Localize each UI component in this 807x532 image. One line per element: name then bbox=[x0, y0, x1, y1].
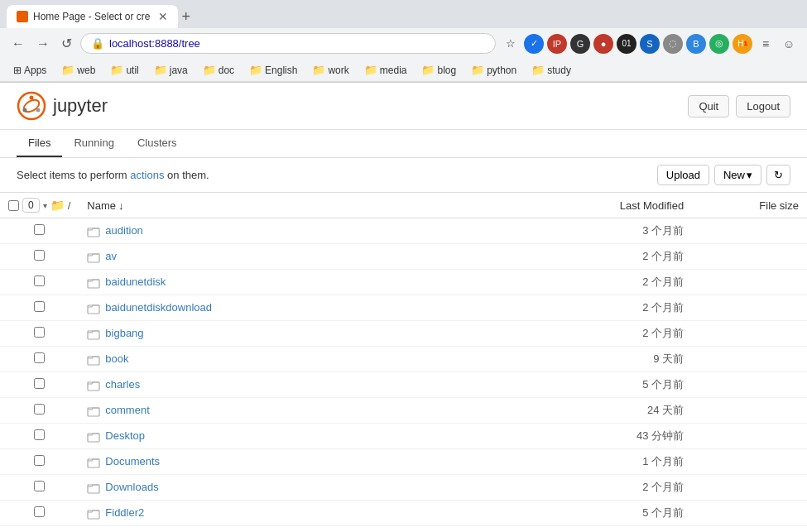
bookmark-blog[interactable]: 📁 blog bbox=[416, 62, 461, 78]
bookmark-apps[interactable]: ⊞ Apps bbox=[8, 63, 51, 78]
row-checkbox[interactable] bbox=[34, 224, 45, 235]
size-column-header[interactable]: File size bbox=[692, 193, 807, 218]
folder-icon: 📁 bbox=[61, 64, 74, 76]
bookmark-doc[interactable]: 📁 doc bbox=[198, 62, 239, 78]
folder-icon bbox=[87, 352, 100, 366]
folder-icon: 📁 bbox=[364, 64, 377, 76]
jupyter-logo-icon bbox=[17, 91, 46, 121]
ext-icon-8[interactable]: B bbox=[686, 34, 706, 54]
row-checkbox[interactable] bbox=[34, 481, 45, 491]
instruction-suffix: on them. bbox=[164, 169, 209, 181]
row-checkbox[interactable] bbox=[34, 276, 45, 286]
ext-icon-5[interactable]: 01 bbox=[617, 34, 636, 54]
bookmark-work[interactable]: 📁 work bbox=[307, 62, 353, 78]
bookmark-web[interactable]: 📁 web bbox=[56, 62, 100, 78]
logout-button[interactable]: Logout bbox=[736, 95, 790, 117]
bookmark-label: util bbox=[126, 65, 138, 76]
row-checkbox[interactable] bbox=[34, 455, 45, 466]
modified-col-label: Last Modified bbox=[620, 199, 684, 212]
tab-files[interactable]: Files bbox=[17, 130, 62, 157]
folder-icon bbox=[87, 480, 100, 494]
row-size-cell bbox=[692, 398, 807, 424]
file-name-link[interactable]: audition bbox=[105, 224, 143, 237]
breadcrumb-folder-icon: 📁 bbox=[50, 199, 65, 212]
ext-icon-7[interactable]: ◌ bbox=[663, 34, 683, 54]
check-dropdown-arrow[interactable]: ▾ bbox=[43, 201, 47, 210]
row-checkbox[interactable] bbox=[34, 327, 45, 338]
bookmark-label: Apps bbox=[24, 65, 46, 76]
row-checkbox[interactable] bbox=[34, 404, 45, 415]
row-checkbox[interactable] bbox=[34, 352, 45, 363]
reload-button[interactable]: ↺ bbox=[58, 34, 75, 53]
ext-icon-12[interactable]: ☺ bbox=[779, 34, 799, 54]
new-tab-button[interactable]: + bbox=[181, 8, 190, 26]
bookmark-media[interactable]: 📁 media bbox=[359, 62, 412, 78]
file-name-link[interactable]: av bbox=[105, 250, 117, 262]
tab-clusters[interactable]: Clusters bbox=[126, 130, 189, 157]
active-tab[interactable]: Home Page - Select or cre ✕ bbox=[7, 5, 178, 28]
file-name-link[interactable]: baidunetdisk bbox=[105, 276, 166, 288]
row-name-cell: comment bbox=[79, 398, 538, 424]
quit-button[interactable]: Quit bbox=[688, 95, 729, 117]
row-size-cell bbox=[692, 347, 807, 372]
file-name-link[interactable]: Fiddler2 bbox=[105, 506, 144, 519]
ext-icon-9[interactable]: ◎ bbox=[709, 34, 729, 54]
file-name-link[interactable]: charles bbox=[105, 378, 140, 391]
ext-icon-4[interactable]: ● bbox=[593, 34, 613, 54]
file-name-link[interactable]: Documents bbox=[105, 455, 160, 467]
row-checkbox[interactable] bbox=[34, 301, 45, 312]
ext-icon-11[interactable]: ≡ bbox=[756, 34, 776, 54]
bookmark-util[interactable]: 📁 util bbox=[105, 62, 143, 78]
svg-point-4 bbox=[23, 108, 27, 113]
new-button[interactable]: New ▾ bbox=[714, 165, 761, 185]
folder-icon bbox=[87, 454, 100, 468]
modified-column-header[interactable]: Last Modified bbox=[538, 193, 692, 218]
file-name-link[interactable]: baidunetdiskdownload bbox=[105, 301, 212, 314]
name-sort-button[interactable]: Name ↓ bbox=[87, 199, 123, 212]
ext-icon-2[interactable]: IP bbox=[547, 34, 567, 54]
forward-button[interactable]: → bbox=[33, 35, 53, 53]
row-checkbox[interactable] bbox=[34, 506, 45, 517]
tab-running[interactable]: Running bbox=[62, 130, 125, 157]
upload-button[interactable]: Upload bbox=[657, 165, 709, 185]
bookmark-star-icon[interactable]: ☆ bbox=[501, 34, 521, 54]
row-size-cell bbox=[692, 475, 807, 501]
row-name-cell: Fiddler2 bbox=[79, 501, 538, 526]
table-row: baidunetdisk 2 个月前 bbox=[0, 270, 807, 295]
tab-close-button[interactable]: ✕ bbox=[158, 10, 168, 23]
browser-chrome: Home Page - Select or cre ✕ + ← → ↺ 🔒 lo… bbox=[0, 0, 807, 83]
file-name-link[interactable]: Downloads bbox=[105, 481, 158, 493]
instruction-action: actions bbox=[130, 169, 164, 181]
folder-icon: 📁 bbox=[312, 64, 325, 76]
row-size-cell bbox=[692, 449, 807, 475]
file-name-link[interactable]: bigbang bbox=[105, 327, 143, 339]
url-box[interactable]: 🔒 localhost:8888/tree bbox=[80, 33, 496, 54]
row-checkbox[interactable] bbox=[34, 429, 45, 440]
row-name-cell: av bbox=[79, 244, 538, 270]
row-checkbox[interactable] bbox=[34, 378, 45, 389]
bookmark-english[interactable]: 📁 English bbox=[244, 62, 302, 78]
row-checkbox[interactable] bbox=[34, 250, 45, 261]
folder-icon: 📁 bbox=[471, 64, 484, 76]
ext-icon-6[interactable]: S bbox=[640, 34, 660, 54]
row-name-cell: book bbox=[79, 347, 538, 372]
ext-icon-1[interactable]: ✓ bbox=[524, 34, 544, 54]
bookmark-label: study bbox=[547, 65, 571, 76]
row-size-cell bbox=[692, 501, 807, 526]
bookmark-label: doc bbox=[219, 65, 234, 76]
file-list-body: audition 3 个月前 av bbox=[0, 218, 807, 526]
table-header-row: 0 ▾ 📁 / Name ↓ Last Modified Fil bbox=[0, 193, 807, 218]
file-name-link[interactable]: book bbox=[105, 352, 128, 365]
ext-icon-3[interactable]: G bbox=[570, 34, 590, 54]
back-button[interactable]: ← bbox=[8, 35, 28, 53]
name-col-label: Name bbox=[87, 199, 116, 212]
select-all-checkbox[interactable] bbox=[8, 200, 19, 211]
ext-icon-10[interactable]: H1 bbox=[733, 34, 752, 54]
file-name-link[interactable]: Desktop bbox=[105, 429, 145, 442]
bookmark-java[interactable]: 📁 java bbox=[149, 62, 193, 78]
bookmark-study[interactable]: 📁 study bbox=[526, 62, 576, 78]
file-name-link[interactable]: comment bbox=[105, 404, 149, 416]
refresh-button[interactable]: ↻ bbox=[766, 165, 790, 185]
bookmark-python[interactable]: 📁 python bbox=[466, 62, 521, 78]
breadcrumb-text: / bbox=[68, 199, 71, 212]
